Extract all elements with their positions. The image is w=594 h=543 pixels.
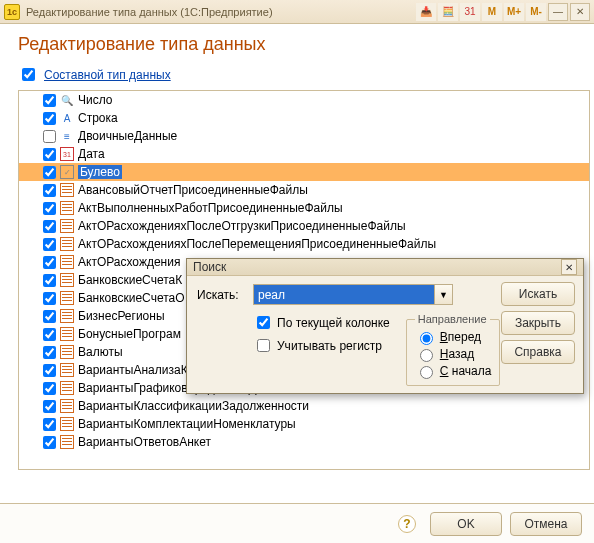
- table-icon: [60, 363, 74, 377]
- table-icon: [60, 291, 74, 305]
- table-icon: [60, 183, 74, 197]
- number-icon: 🔍: [60, 93, 74, 107]
- table-icon: [60, 417, 74, 431]
- match-case-label: Учитывать регистр: [277, 339, 382, 353]
- tree-item-label: АктОРасхожденияхПослеОтгрузкиПрисоединен…: [78, 219, 406, 233]
- tree-item-checkbox[interactable]: [43, 166, 56, 179]
- tree-item-label: Валюты: [78, 345, 123, 359]
- tree-item-checkbox[interactable]: [43, 328, 56, 341]
- search-field-label: Искать:: [197, 288, 247, 302]
- table-icon: [60, 381, 74, 395]
- tree-item[interactable]: ✓Булево: [19, 163, 589, 181]
- table-icon: [60, 273, 74, 287]
- titlebar: 1c Редактирование типа данных (1С:Предпр…: [0, 0, 594, 24]
- tree-item[interactable]: ≡ДвоичныеДанные: [19, 127, 589, 145]
- tree-item[interactable]: ВариантыОтветовАнкет: [19, 433, 589, 451]
- tree-item-checkbox[interactable]: [43, 130, 56, 143]
- tree-item-label: БизнесРегионы: [78, 309, 165, 323]
- tree-item-checkbox[interactable]: [43, 220, 56, 233]
- table-icon: [60, 345, 74, 359]
- search-find-button[interactable]: Искать: [501, 282, 575, 306]
- tree-item-checkbox[interactable]: [43, 418, 56, 431]
- tree-item-checkbox[interactable]: [43, 382, 56, 395]
- tree-item-label: ВариантыОтветовАнкет: [78, 435, 211, 449]
- search-help-button[interactable]: Справка: [501, 340, 575, 364]
- tree-item[interactable]: АктОРасхожденияхПослеОтгрузкиПрисоединен…: [19, 217, 589, 235]
- by-column-checkbox[interactable]: [257, 316, 270, 329]
- search-close-button[interactable]: Закрыть: [501, 311, 575, 335]
- table-icon: [60, 399, 74, 413]
- toolbar-m-button[interactable]: M: [482, 3, 502, 21]
- table-icon: [60, 201, 74, 215]
- date-icon: 31: [60, 147, 74, 161]
- table-icon: [60, 219, 74, 233]
- tree-item-label: Булево: [78, 165, 122, 179]
- tree-item-label: АктОРасхожденияхПослеПеремещенияПрисоеди…: [78, 237, 436, 251]
- composite-type-row: Составной тип данных: [0, 63, 594, 90]
- tree-item[interactable]: АктОРасхожденияхПослеПеремещенияПрисоеди…: [19, 235, 589, 253]
- page-title: Редактирование типа данных: [0, 24, 594, 63]
- tree-item[interactable]: 31Дата: [19, 145, 589, 163]
- tree-item-checkbox[interactable]: [43, 256, 56, 269]
- table-icon: [60, 255, 74, 269]
- table-icon: [60, 237, 74, 251]
- by-column-label: По текущей колонке: [277, 316, 390, 330]
- search-input[interactable]: реал: [253, 284, 435, 305]
- minimize-button[interactable]: [548, 3, 568, 21]
- ok-button[interactable]: OK: [430, 512, 502, 536]
- tree-item-label: ВариантыКлассификацииЗадолженности: [78, 399, 309, 413]
- table-icon: [60, 435, 74, 449]
- tree-item-checkbox[interactable]: [43, 400, 56, 413]
- toolbar-m-plus-button[interactable]: M+: [504, 3, 524, 21]
- tree-item-label: БанковскиеСчетаК: [78, 273, 182, 287]
- tree-item-label: ВариантыКомплектацииНоменклатуры: [78, 417, 296, 431]
- tree-item-label: Строка: [78, 111, 118, 125]
- composite-type-checkbox[interactable]: [22, 68, 35, 81]
- tree-item-checkbox[interactable]: [43, 112, 56, 125]
- tree-item-label: БанковскиеСчетаО: [78, 291, 185, 305]
- footer: ? OK Отмена: [0, 503, 594, 543]
- tree-item-checkbox[interactable]: [43, 148, 56, 161]
- toolbar-calc-icon[interactable]: 🧮: [438, 3, 458, 21]
- tree-item-label: Число: [78, 93, 113, 107]
- tree-item-checkbox[interactable]: [43, 364, 56, 377]
- tree-item-checkbox[interactable]: [43, 346, 56, 359]
- tree-item-checkbox[interactable]: [43, 238, 56, 251]
- match-case-option[interactable]: Учитывать регистр: [253, 336, 390, 355]
- tree-item[interactable]: ВариантыКлассификацииЗадолженности: [19, 397, 589, 415]
- string-icon: A: [60, 111, 74, 125]
- match-case-checkbox[interactable]: [257, 339, 270, 352]
- tree-item-checkbox[interactable]: [43, 310, 56, 323]
- close-button[interactable]: [570, 3, 590, 21]
- tree-item-label: ДвоичныеДанные: [78, 129, 177, 143]
- search-dropdown-button[interactable]: ▼: [435, 284, 453, 305]
- tree-item-checkbox[interactable]: [43, 274, 56, 287]
- direction-group: Направление Вперед Назад С начала: [406, 313, 501, 386]
- tree-item[interactable]: ВариантыКомплектацииНоменклатуры: [19, 415, 589, 433]
- search-dialog: Поиск ✕ Искать: реал ▼ По текущей колонк…: [186, 258, 584, 394]
- tree-item-checkbox[interactable]: [43, 436, 56, 449]
- toolbar-calendar-icon[interactable]: 31: [460, 3, 480, 21]
- tree-item-checkbox[interactable]: [43, 292, 56, 305]
- tree-item[interactable]: АктВыполненныхРаботПрисоединенныеФайлы: [19, 199, 589, 217]
- direction-from-start[interactable]: С начала: [415, 363, 492, 379]
- composite-type-link[interactable]: Составной тип данных: [44, 68, 171, 82]
- cancel-button[interactable]: Отмена: [510, 512, 582, 536]
- tree-item-checkbox[interactable]: [43, 202, 56, 215]
- direction-forward[interactable]: Вперед: [415, 329, 492, 345]
- by-column-option[interactable]: По текущей колонке: [253, 313, 390, 332]
- tree-item[interactable]: АвансовыйОтчетПрисоединенныеФайлы: [19, 181, 589, 199]
- tree-item-checkbox[interactable]: [43, 94, 56, 107]
- search-dialog-title: Поиск: [193, 260, 226, 274]
- direction-back[interactable]: Назад: [415, 346, 492, 362]
- toolbar-m-minus-button[interactable]: M-: [526, 3, 546, 21]
- tree-item[interactable]: AСтрока: [19, 109, 589, 127]
- tree-item-checkbox[interactable]: [43, 184, 56, 197]
- tree-item-label: ВариантыАнализаК: [78, 363, 188, 377]
- search-dialog-close-button[interactable]: ✕: [561, 259, 577, 275]
- help-icon[interactable]: ?: [398, 515, 416, 533]
- toolbar-icon-1[interactable]: 📥: [416, 3, 436, 21]
- window-title: Редактирование типа данных (1С:Предприят…: [26, 6, 273, 18]
- search-dialog-titlebar: Поиск ✕: [187, 259, 583, 276]
- tree-item[interactable]: 🔍Число: [19, 91, 589, 109]
